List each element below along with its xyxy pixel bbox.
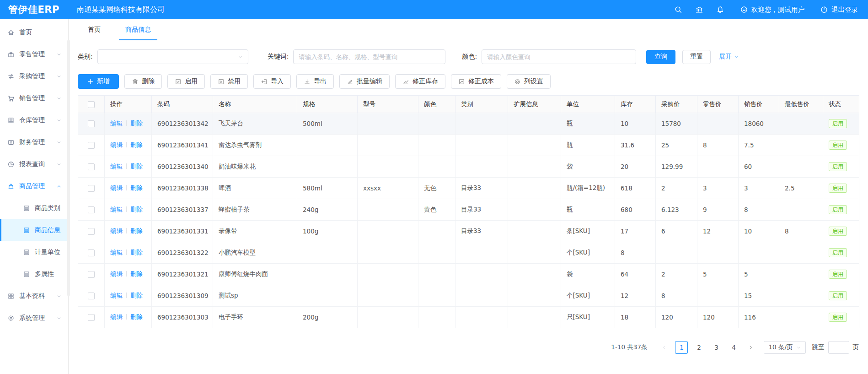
edit-link[interactable]: 编辑: [110, 163, 123, 170]
sidebar-item-报表查询[interactable]: 报表查询: [0, 153, 68, 175]
sidebar-item-零售管理[interactable]: 零售管理: [0, 43, 68, 65]
delete-link[interactable]: 删除: [130, 249, 143, 256]
sidebar-item-商品类别[interactable]: 商品类别: [0, 197, 68, 219]
category-label: 类别:: [78, 53, 93, 61]
toolbar-button-删除[interactable]: 删除: [124, 74, 162, 89]
cell-color: 无色: [418, 178, 455, 199]
cell-color: [418, 113, 455, 135]
edit-link[interactable]: 编辑: [110, 313, 123, 320]
delete-link[interactable]: 删除: [130, 184, 143, 191]
cell-purchase: 2: [656, 264, 697, 285]
chevron-down-icon: [734, 54, 739, 60]
prev-page-icon[interactable]: [658, 341, 670, 354]
row-checkbox[interactable]: [88, 249, 95, 256]
logout-button[interactable]: 退出登录: [820, 5, 858, 14]
sidebar-item-多属性[interactable]: 多属性: [0, 263, 68, 285]
edit-link[interactable]: 编辑: [110, 206, 123, 213]
sidebar-item-基本资料[interactable]: 基本资料: [0, 285, 68, 307]
cell-stock: 618: [615, 178, 656, 199]
color-input[interactable]: [482, 49, 636, 64]
toolbar-button-导入[interactable]: 导入: [253, 74, 291, 89]
keyword-input[interactable]: [293, 49, 445, 64]
page-size-select[interactable]: 10 条/页: [764, 341, 805, 354]
sidebar-scrollbar[interactable]: [67, 40, 70, 296]
select-all-header: [78, 96, 105, 113]
edit-link[interactable]: 编辑: [110, 270, 123, 277]
search-icon[interactable]: [674, 5, 682, 14]
page-button-4[interactable]: 4: [727, 341, 740, 354]
cell-barcode: 6901236301341: [152, 135, 213, 156]
toolbar-button-批量编辑[interactable]: 批量编辑: [339, 74, 390, 89]
row-checkbox[interactable]: [88, 314, 95, 321]
cell-unit: 瓶: [561, 113, 615, 135]
edit-link[interactable]: 编辑: [110, 249, 123, 256]
sidebar-item-label: 商品类别: [35, 204, 60, 212]
category-select[interactable]: [97, 49, 248, 64]
edit-link[interactable]: 编辑: [110, 184, 123, 191]
sidebar-item-首页[interactable]: 首页: [0, 22, 68, 43]
reset-button[interactable]: 重置: [682, 50, 711, 64]
toolbar-button-启用[interactable]: 启用: [167, 74, 205, 89]
welcome-text: 欢迎您，测试用户: [751, 5, 804, 14]
row-checkbox[interactable]: [88, 271, 95, 278]
row-checkbox[interactable]: [88, 206, 95, 213]
sidebar-item-label: 首页: [19, 28, 32, 37]
edit-link[interactable]: 编辑: [110, 292, 123, 299]
select-all-checkbox[interactable]: [88, 101, 95, 108]
filter-bar: 类别: 关键词: 颜色: 查询 重置 展开: [78, 49, 859, 64]
toolbar-button-禁用[interactable]: 禁用: [210, 74, 248, 89]
row-checkbox[interactable]: [88, 293, 95, 299]
page-button-3[interactable]: 3: [710, 341, 723, 354]
delete-link[interactable]: 删除: [130, 292, 143, 299]
page-button-1[interactable]: 1: [675, 341, 688, 354]
delete-link[interactable]: 删除: [130, 141, 143, 148]
toolbar-button-修正库存[interactable]: 修正库存: [395, 74, 445, 89]
sidebar-item-仓库管理[interactable]: 仓库管理: [0, 109, 68, 131]
edit-link[interactable]: 编辑: [110, 119, 123, 127]
delete-link[interactable]: 删除: [130, 227, 143, 234]
next-page-icon[interactable]: [745, 341, 757, 354]
sidebar-item-商品信息[interactable]: 商品信息: [0, 219, 68, 241]
sidebar-item-采购管理[interactable]: 采购管理: [0, 65, 68, 87]
delete-link[interactable]: 删除: [130, 313, 143, 320]
delete-link[interactable]: 删除: [130, 119, 143, 127]
jump-input[interactable]: [828, 341, 849, 354]
row-checkbox[interactable]: [88, 228, 95, 235]
row-checkbox[interactable]: [88, 120, 95, 127]
expand-link[interactable]: 展开: [719, 53, 739, 61]
delete-link[interactable]: 删除: [130, 163, 143, 170]
cell-stock: 680: [615, 199, 656, 221]
bell-icon[interactable]: [716, 5, 724, 14]
edit-link[interactable]: 编辑: [110, 141, 123, 148]
sidebar-item-计量单位[interactable]: 计量单位: [0, 241, 68, 263]
sidebar-item-财务管理[interactable]: 财务管理: [0, 131, 68, 153]
cell-model: [358, 221, 418, 242]
cell-ext: [508, 113, 561, 135]
search-button[interactable]: 查询: [646, 50, 675, 64]
toolbar-button-导出[interactable]: 导出: [296, 74, 334, 89]
toolbar-button-新增[interactable]: 新增: [78, 74, 119, 89]
cell-barcode: 6901236301322: [152, 242, 213, 264]
row-checkbox[interactable]: [88, 163, 95, 170]
topbar: 管伊佳ERP 南通某某网络科技有限公司 欢迎您，测试用户 退出登录: [0, 0, 868, 19]
row-checkbox[interactable]: [88, 142, 95, 149]
row-actions: 编辑删除: [105, 221, 152, 242]
cell-model: xxsxx: [358, 178, 418, 199]
delete-link[interactable]: 删除: [130, 270, 143, 277]
sidebar-item-label: 商品信息: [35, 226, 60, 234]
column-header: 型号: [358, 96, 418, 113]
toolbar-button-列设置[interactable]: 列设置: [507, 74, 551, 89]
sidebar-item-商品管理[interactable]: 商品管理: [0, 175, 68, 197]
delete-link[interactable]: 删除: [130, 206, 143, 213]
tab-home[interactable]: 首页: [81, 19, 107, 40]
cell-sale: 5: [739, 264, 779, 285]
page-button-2[interactable]: 2: [692, 341, 705, 354]
sidebar-item-系统管理[interactable]: 系统管理: [0, 307, 68, 329]
row-actions: 编辑删除: [105, 199, 152, 221]
sidebar-item-销售管理[interactable]: 销售管理: [0, 87, 68, 109]
bank-icon[interactable]: [695, 5, 703, 14]
tab-product-info[interactable]: 商品信息: [119, 19, 157, 40]
edit-link[interactable]: 编辑: [110, 227, 123, 234]
toolbar-button-修正成本[interactable]: 修正成本: [451, 74, 501, 89]
row-checkbox[interactable]: [88, 185, 95, 192]
